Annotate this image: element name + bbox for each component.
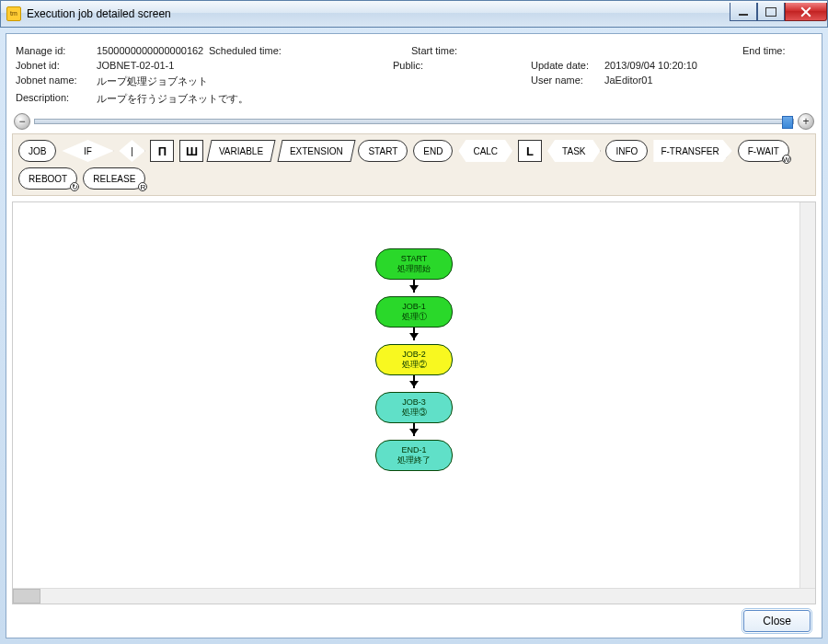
- palette-task[interactable]: TASK: [547, 140, 600, 162]
- palette-calc[interactable]: CALC: [458, 140, 512, 162]
- info-panel: Manage id:1500000000000000162 Scheduled …: [12, 40, 816, 113]
- titlebar[interactable]: tm Execution job detailed screen: [0, 0, 828, 28]
- description-value: ループを行うジョブネットです。: [97, 92, 248, 106]
- end-time-label: End time:: [742, 45, 798, 56]
- palette-drop-i[interactable]: |: [119, 140, 144, 162]
- scheduled-time-label: Scheduled time:: [209, 45, 290, 56]
- flow-node-job2[interactable]: JOB-2処理②: [375, 344, 453, 375]
- maximize-button[interactable]: [757, 3, 785, 21]
- flow-canvas[interactable]: START処理開始JOB-1処理①JOB-2処理②JOB-3処理③END-1処理…: [13, 202, 815, 604]
- palette-if[interactable]: IF: [62, 140, 113, 162]
- palette-fwait[interactable]: F-WAITW: [738, 140, 789, 162]
- horizontal-scroll-thumb[interactable]: [13, 589, 40, 604]
- start-time-label: Start time:: [411, 45, 466, 56]
- manage-id-label: Manage id:: [16, 45, 97, 56]
- palette-release[interactable]: RELEASER: [83, 167, 145, 190]
- content-area: Manage id:1500000000000000162 Scheduled …: [6, 33, 822, 638]
- horizontal-scrollbar[interactable]: [13, 588, 815, 604]
- vertical-scrollbar[interactable]: [799, 202, 815, 588]
- palette-extension[interactable]: EXTENSION: [277, 140, 355, 162]
- zoom-slider-row: − +: [12, 113, 816, 133]
- app-icon: tm: [6, 6, 21, 21]
- jobnet-id-value: JOBNET-02-01-1: [97, 60, 174, 71]
- flow-arrow: [413, 328, 415, 340]
- palette-job[interactable]: JOB: [18, 140, 56, 162]
- manage-id-value: 1500000000000000162: [97, 45, 203, 56]
- palette-merge-w[interactable]: Ш: [179, 140, 203, 162]
- user-name-label: User name:: [531, 75, 604, 88]
- window-title: Execution job detailed screen: [27, 7, 730, 20]
- flow-canvas-wrap: START処理開始JOB-1処理①JOB-2処理②JOB-3処理③END-1処理…: [12, 201, 816, 604]
- flow-node-start[interactable]: START処理開始: [375, 248, 453, 280]
- palette-ftransfer[interactable]: F-TRANSFER↘: [653, 140, 731, 162]
- flow-arrow: [413, 375, 415, 388]
- flow-node-job3[interactable]: JOB-3処理③: [375, 392, 453, 423]
- description-label: Description:: [16, 92, 97, 106]
- palette-start[interactable]: START: [358, 140, 408, 162]
- flow-node-end1[interactable]: END-1処理終了: [375, 440, 453, 471]
- palette-info[interactable]: INFO: [605, 140, 648, 162]
- flow-node-job1[interactable]: JOB-1処理①: [375, 296, 453, 328]
- jobnet-name-label: Jobnet name:: [16, 75, 97, 88]
- jobnet-id-label: Jobnet id:: [16, 60, 97, 71]
- palette-loop[interactable]: L: [518, 140, 542, 162]
- node-palette: JOBIF|ПШVARIABLEEXTENSIONSTARTENDCALCLTA…: [12, 133, 816, 196]
- close-window-button[interactable]: [785, 3, 827, 21]
- footer: Close: [12, 604, 816, 632]
- jobnet-name-value: ループ処理ジョブネット: [97, 75, 208, 88]
- zoom-slider[interactable]: [34, 119, 794, 124]
- window-buttons: [730, 3, 827, 21]
- close-button[interactable]: Close: [743, 610, 811, 632]
- zoom-in-button[interactable]: +: [798, 113, 814, 130]
- zoom-out-button[interactable]: −: [14, 113, 30, 130]
- flow-diagram: START処理開始JOB-1処理①JOB-2処理②JOB-3処理③END-1処理…: [375, 248, 453, 471]
- flow-arrow: [413, 280, 415, 293]
- flow-arrow: [413, 423, 415, 436]
- update-date-label: Update date:: [531, 60, 604, 71]
- update-date-value: 2013/09/04 10:20:10: [604, 60, 697, 71]
- public-label: Public:: [393, 60, 430, 71]
- palette-variable[interactable]: VARIABLE: [207, 140, 276, 162]
- palette-end[interactable]: END: [413, 140, 453, 162]
- palette-reboot[interactable]: REBOOT↻: [18, 167, 77, 190]
- minimize-button[interactable]: [730, 3, 757, 21]
- user-name-value: JaEditor01: [604, 75, 653, 88]
- zoom-slider-thumb[interactable]: [782, 116, 793, 129]
- palette-merge-m[interactable]: П: [150, 140, 174, 162]
